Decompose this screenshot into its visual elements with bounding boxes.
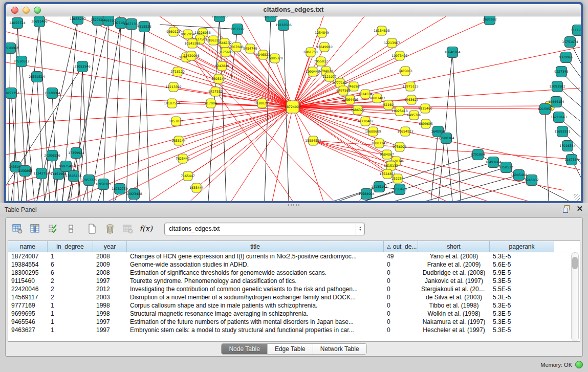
cell-name[interactable]: 18300295	[8, 269, 48, 277]
graph-node[interactable]: 1733426	[393, 184, 407, 195]
graph-edge[interactable]	[456, 180, 532, 201]
cell-name[interactable]: 14569117	[8, 293, 48, 301]
cell-name[interactable]: 22420046	[8, 285, 48, 293]
graph-node[interactable]: 13505135	[66, 171, 82, 182]
graph-edge[interactable]	[137, 27, 144, 201]
graph-node[interactable]: 15751074	[562, 37, 578, 48]
table-row[interactable]: 1872400712008Changes of HCN gene express…	[8, 252, 580, 260]
graph-node[interactable]: 9227343	[554, 67, 569, 77]
graph-node[interactable]: 8791804	[471, 149, 485, 160]
cell-pagerank[interactable]: 5.6E-5	[490, 260, 554, 269]
cell-in-degree[interactable]: 1	[48, 252, 93, 260]
graph-node[interactable]: 12213967	[384, 38, 400, 48]
cell-pagerank[interactable]: 5.3E-5	[490, 293, 554, 301]
cell-in-degree[interactable]: 1	[48, 318, 93, 326]
cell-year[interactable]: 1997	[93, 318, 127, 326]
cell-name[interactable]: 9465546	[8, 318, 48, 326]
graph-node[interactable]: 2687682	[483, 16, 497, 25]
table-row[interactable]: 977716911998Corpus callosum shape and si…	[8, 301, 580, 310]
select-rows-button[interactable]	[47, 222, 60, 235]
panel-splitter-handle[interactable]	[288, 204, 300, 206]
cell-year[interactable]: 2008	[93, 252, 127, 260]
graph-node[interactable]: 19218586	[275, 20, 292, 31]
cell-name[interactable]: 9115460	[8, 277, 48, 285]
tab-edge-table[interactable]: Edge Table	[268, 344, 313, 354]
graph-node[interactable]: 252254	[391, 174, 404, 183]
function-builder-button[interactable]: f(x)	[139, 222, 153, 235]
graph-node[interactable]: 10973493	[391, 51, 408, 60]
graph-edge[interactable]	[452, 52, 461, 201]
tab-network-table[interactable]: Network Table	[313, 344, 366, 354]
cell-year[interactable]: 2009	[93, 260, 127, 269]
cell-pagerank[interactable]: 5.3E-5	[490, 318, 554, 326]
scrollbar-thumb[interactable]	[572, 257, 578, 269]
cell-pagerank[interactable]: 5.5E-5	[490, 285, 554, 293]
float-panel-icon[interactable]	[563, 205, 570, 212]
graph-edge[interactable]	[446, 138, 452, 201]
graph-node[interactable]: 20206536	[44, 150, 60, 161]
cell-title[interactable]: Disruption of a novel member of a sodium…	[127, 293, 384, 301]
cell-year[interactable]: 1998	[93, 301, 127, 310]
network-table-select[interactable]: citations_edges.txt ▲▼	[164, 223, 365, 235]
graph-node[interactable]: 15720407	[357, 117, 374, 126]
cell-year[interactable]: 1997	[93, 277, 127, 285]
table-row[interactable]: 946554611997Estimation of the future num…	[8, 318, 580, 326]
table-row[interactable]: 969969511998Structural magnetic resonanc…	[8, 310, 580, 318]
cell-out-de-[interactable]: 49	[384, 252, 418, 260]
window-resize-grip[interactable]	[574, 194, 580, 201]
cell-title[interactable]: Estimation of the future numbers of pati…	[127, 318, 384, 326]
cell-out-de-[interactable]: 0	[384, 285, 418, 293]
graph-edge[interactable]	[192, 43, 293, 107]
cell-short[interactable]: Dudbridge et al. (2008)	[418, 269, 490, 277]
graph-node[interactable]: 9242848	[215, 61, 229, 71]
graph-edge[interactable]	[91, 23, 121, 201]
graph-node[interactable]: 9853144	[171, 136, 186, 145]
window-title-bar[interactable]: citations_edges.txt	[6, 4, 581, 16]
graph-edge[interactable]	[183, 107, 293, 159]
graph-node[interactable]: 19051352	[6, 88, 19, 99]
table-row[interactable]: 1456911722003Disruption of a novel membe…	[8, 293, 580, 301]
cell-in-degree[interactable]: 2	[48, 277, 93, 285]
graph-node[interactable]: 15128604	[44, 88, 60, 99]
graph-edge[interactable]	[114, 23, 121, 201]
cell-name[interactable]: 19384554	[8, 260, 48, 269]
table-row[interactable]: 946362711997Embryonic stem cells: a mode…	[8, 326, 580, 334]
cell-out-de-[interactable]: 0	[384, 301, 418, 310]
cell-title[interactable]: Genome-wide association studies in ADHD.	[127, 260, 384, 269]
cell-year[interactable]: 1997	[93, 326, 127, 334]
graph-node[interactable]: 21053346	[74, 61, 91, 72]
cell-title[interactable]: Tourette syndrome. Phenomenology and cla…	[127, 277, 384, 285]
graph-node[interactable]: 62160	[383, 100, 394, 110]
cell-pagerank[interactable]: 5.9E-5	[490, 269, 554, 277]
graph-edge[interactable]	[313, 141, 528, 201]
graph-node[interactable]: 1853022	[169, 117, 183, 126]
cell-out-de-[interactable]: 0	[384, 277, 418, 285]
memory-status[interactable]: Memory: OK	[540, 361, 583, 368]
graph-edge[interactable]	[11, 93, 19, 201]
cell-in-degree[interactable]: 1	[48, 301, 93, 310]
delete-columns-button[interactable]	[103, 222, 117, 235]
graph-node[interactable]: 6495786	[407, 111, 421, 120]
show-columns-button[interactable]	[29, 222, 42, 235]
cell-short[interactable]: Hescheler et al. (1997)	[418, 326, 490, 334]
graph-edge[interactable]	[272, 107, 293, 201]
cell-short[interactable]: Wolkin et al. (1998)	[418, 310, 490, 318]
table-row[interactable]: 911546021997Tourette syndrome. Phenomeno…	[8, 277, 580, 285]
cell-in-degree[interactable]: 2	[48, 285, 93, 293]
cell-in-degree[interactable]: 2	[48, 293, 93, 301]
graph-edge[interactable]	[186, 57, 293, 107]
graph-node[interactable]: 9756928	[393, 142, 407, 151]
graph-node[interactable]: 9150532	[499, 162, 513, 173]
graph-node[interactable]: 16654923	[397, 127, 413, 136]
column-header-out-de-[interactable]: △out_de...	[384, 241, 418, 252]
graph-node[interactable]: 18107554	[164, 99, 180, 108]
column-header-year[interactable]: year	[93, 241, 127, 252]
graph-edge[interactable]	[334, 155, 478, 201]
cell-short[interactable]: Jankovic et al. (1997)	[418, 277, 490, 285]
graph-node[interactable]: 20530512	[13, 56, 30, 67]
network-canvas[interactable]: 1872400718300295986012389129541822605898…	[6, 16, 581, 201]
column-header-name[interactable]: name	[8, 241, 48, 252]
cell-year[interactable]: 1998	[93, 310, 127, 318]
graph-node[interactable]: 16649910	[316, 42, 333, 52]
graph-node[interactable]: 9097548	[59, 161, 73, 172]
